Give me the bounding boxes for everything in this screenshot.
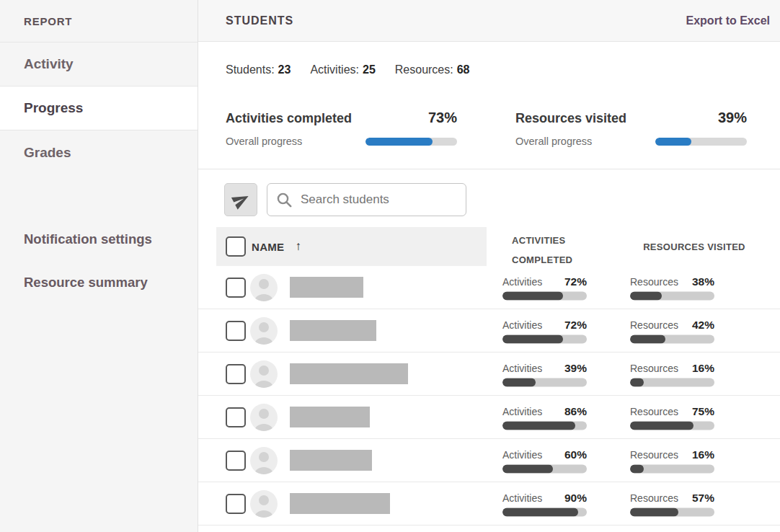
row-checkbox[interactable] (226, 451, 246, 471)
activities-completed-tile: Activities completed 73% Overall progres… (226, 110, 457, 147)
avatar (250, 447, 278, 474)
resources-label: Resources (630, 448, 678, 460)
row-checkbox[interactable] (226, 321, 246, 341)
sort-ascending-icon[interactable]: ↑ (295, 239, 301, 254)
resources-progressbar (630, 464, 714, 473)
students-panel: STUDENTS Export to Excel Students:23 Act… (198, 0, 780, 532)
progressbar-fill (502, 378, 536, 386)
progressbar-fill (630, 507, 678, 516)
panel-title: STUDENTS (226, 14, 293, 27)
column-header-name[interactable]: NAME (252, 241, 284, 253)
export-to-excel-link[interactable]: Export to Excel (686, 14, 770, 27)
sidebar-item-label: Activity (24, 56, 74, 72)
activities-progressbar (502, 464, 587, 473)
resources-progressbar (630, 334, 714, 343)
row-checkbox[interactable] (226, 407, 246, 427)
resources-label: Resources (630, 492, 678, 503)
resources-stat: Resources 75% (630, 404, 714, 430)
resources-stat: Resources 38% (630, 275, 714, 300)
row-checkbox[interactable] (226, 494, 246, 514)
student-row[interactable]: Activities 90% Resources 57% (198, 482, 780, 526)
sidebar-item-activity[interactable]: Activity (0, 43, 198, 87)
resources-percent: 16% (692, 448, 714, 461)
sidebar-item-label: Resource summary (24, 275, 148, 291)
activities-label: Activities (502, 319, 542, 330)
resources-progressbar (630, 378, 714, 386)
resources-percent: 57% (692, 491, 714, 504)
sidebar-item-notification-settings[interactable]: Notification settings (0, 218, 198, 261)
activities-stat: Activities 86% (502, 404, 587, 430)
tile-subtitle: Overall progress (515, 136, 592, 147)
student-row[interactable]: Activities 72% Resources 42% (198, 309, 780, 353)
avatar (250, 274, 278, 301)
row-checkbox[interactable] (226, 364, 246, 384)
progressbar-fill (630, 421, 693, 430)
activities-progressbar (502, 421, 587, 430)
resources-label: Resources (630, 319, 678, 330)
activities-stat: Activities 72% (502, 275, 587, 300)
resources-percent: 16% (692, 361, 714, 374)
resources-stat: Resources 42% (630, 318, 714, 343)
progressbar-fill (630, 291, 662, 300)
resources-stat: Resources 16% (630, 361, 714, 386)
activities-label: Activities (502, 492, 542, 503)
activities-count-label: Activities: (310, 63, 359, 76)
activities-label: Activities (502, 362, 542, 373)
resources-stat: Resources 57% (630, 491, 714, 516)
resources-percent: 75% (692, 404, 714, 417)
sidebar-item-progress[interactable]: Progress (0, 87, 198, 130)
activities-progressbar (502, 291, 587, 300)
activities-percent: 60% (564, 448, 587, 461)
row-checkbox[interactable] (226, 278, 246, 298)
activities-progressbar (502, 378, 587, 386)
activities-stat: Activities 39% (502, 361, 587, 386)
activities-count: Activities:25 (310, 63, 375, 76)
activities-label: Activities (502, 448, 542, 460)
tile-percent: 73% (428, 110, 457, 126)
progressbar-fill (630, 378, 644, 386)
magnifier-icon (276, 192, 293, 208)
sidebar-section-title: REPORT (0, 0, 198, 43)
activities-percent: 39% (564, 361, 587, 374)
student-row[interactable]: Activities 60% Resources 16% (198, 439, 780, 482)
sidebar-item-resource-summary[interactable]: Resource summary (0, 261, 198, 304)
paper-plane-icon (229, 187, 253, 212)
activities-count-value: 25 (363, 63, 376, 76)
tile-title: Resources visited (515, 111, 626, 126)
select-all-checkbox[interactable] (226, 236, 246, 257)
progressbar-fill (502, 421, 575, 430)
progressbar-fill (365, 138, 433, 146)
overall-progress-tiles: Activities completed 73% Overall progres… (198, 76, 780, 147)
tile-subtitle: Overall progress (226, 136, 302, 147)
search-students-input[interactable] (299, 192, 457, 208)
student-row[interactable]: Activities 86% Resources 75% (198, 396, 780, 439)
resources-count: Resources:68 (395, 63, 470, 76)
sidebar-item-grades[interactable]: Grades (0, 130, 198, 174)
activities-percent: 72% (564, 318, 587, 331)
activities-overall-progressbar (365, 138, 457, 146)
activities-stat: Activities 90% (502, 491, 587, 516)
resources-progressbar (630, 507, 714, 516)
resources-label: Resources (630, 405, 678, 417)
avatar (250, 360, 278, 388)
progressbar-fill (502, 507, 578, 516)
sidebar-spacer (0, 174, 198, 218)
tile-percent: 39% (718, 110, 747, 126)
anonymized-name-placeholder (290, 450, 372, 471)
student-row[interactable]: Activities 72% Resources 38% (198, 266, 780, 309)
avatar (250, 404, 278, 431)
sidebar-item-label: Grades (24, 145, 71, 161)
column-header-activities-completed[interactable]: ACTIVITIES COMPLETED (512, 231, 572, 270)
students-table-header: NAME ↑ ACTIVITIES COMPLETED RESOURCES VI… (198, 227, 780, 266)
progress-report-app: REPORT Activity Progress Grades Notifica… (0, 0, 780, 532)
progressbar-fill (655, 138, 691, 146)
anonymized-name-placeholder (290, 320, 376, 341)
send-message-button[interactable] (224, 183, 257, 216)
student-row[interactable]: Activities 39% Resources 16% (198, 353, 780, 396)
activities-label: Activities (502, 275, 542, 287)
students-count-label: Students: (226, 63, 275, 76)
resources-progressbar (630, 421, 714, 430)
column-header-resources-visited[interactable]: RESOURCES VISITED (631, 241, 758, 252)
anonymized-name-placeholder (290, 407, 370, 427)
students-count: Students:23 (226, 63, 291, 76)
